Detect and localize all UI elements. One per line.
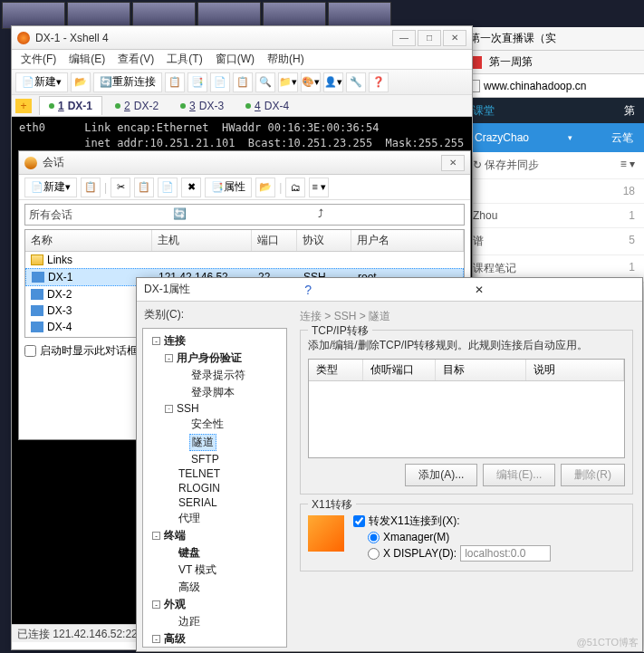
- toggle-icon[interactable]: -: [165, 354, 173, 362]
- maximize-button[interactable]: □: [418, 30, 441, 46]
- delete-icon[interactable]: ✖: [181, 178, 201, 197]
- table-header[interactable]: 类型 侦听端口 目标 说明: [309, 360, 624, 381]
- tool-icon[interactable]: 📄: [210, 72, 230, 92]
- rules-table[interactable]: 类型 侦听端口 目标 说明: [308, 359, 625, 458]
- col-type[interactable]: 类型: [309, 360, 363, 380]
- xmanager-radio[interactable]: Xmanager(M): [368, 531, 551, 543]
- tool-icon[interactable]: 📋: [233, 72, 253, 92]
- menu-edit[interactable]: 编辑(E): [63, 50, 111, 69]
- reconnect-button[interactable]: 🔄 重新连接: [93, 72, 162, 92]
- tree-node[interactable]: -终端: [145, 527, 284, 544]
- view-icon[interactable]: 🗂: [285, 178, 305, 197]
- browser-tabs[interactable]: 第一周第: [464, 51, 644, 74]
- list-item[interactable]: Links: [25, 252, 464, 268]
- tree-node[interactable]: TELNET: [158, 466, 284, 481]
- menu-window[interactable]: 窗口(W): [210, 50, 260, 69]
- session-tab[interactable]: 2 DX-2: [106, 96, 168, 115]
- col-desc[interactable]: 说明: [526, 360, 624, 380]
- minimize-button[interactable]: —: [392, 30, 416, 46]
- tree-node[interactable]: 边距: [158, 613, 284, 630]
- xdisplay-input[interactable]: [460, 545, 551, 562]
- close-button[interactable]: ✕: [443, 30, 466, 46]
- category-tree[interactable]: -连接-用户身份验证登录提示符登录脚本-SSH安全性隧道SFTPTELNETRL…: [142, 328, 287, 648]
- tree-node[interactable]: SERIAL: [158, 495, 284, 510]
- address-bar[interactable]: www.chinahadoop.cn: [464, 74, 644, 98]
- tree-node[interactable]: 键盘: [158, 544, 284, 562]
- col-port[interactable]: 端口: [252, 230, 297, 251]
- tree-node[interactable]: 代理: [158, 510, 284, 527]
- tree-node[interactable]: -连接: [145, 332, 284, 350]
- menu-file[interactable]: 文件(F): [15, 50, 62, 69]
- radio-input[interactable]: [368, 548, 380, 560]
- view-icon[interactable]: ≡ ▾: [309, 178, 329, 197]
- titlebar[interactable]: DX-1属性 ? ✕: [137, 278, 642, 302]
- cut-icon[interactable]: ✂: [111, 178, 130, 197]
- tree-node[interactable]: VT 模式: [158, 562, 284, 579]
- properties-button[interactable]: 📑 属性: [205, 178, 252, 197]
- tool-icon[interactable]: 🔧: [346, 72, 366, 92]
- list-item[interactable]: Zhou1: [464, 204, 644, 228]
- titlebar[interactable]: DX-1 - Xshell 4 — □ ✕: [12, 26, 472, 50]
- list-item[interactable]: 18: [464, 179, 644, 204]
- session-tab[interactable]: 1 DX-1: [39, 96, 102, 115]
- new-button[interactable]: 📄 新建 ▾: [15, 72, 68, 92]
- open-button[interactable]: 📂: [71, 72, 91, 92]
- browser-tab[interactable]: 第一次直播课（实: [469, 31, 556, 46]
- col-host[interactable]: 主机: [152, 230, 252, 251]
- tool-icon[interactable]: 📁▾: [278, 72, 298, 92]
- tree-node[interactable]: 登录脚本: [170, 384, 284, 401]
- list-item[interactable]: 谱5: [464, 228, 644, 255]
- tree-node[interactable]: -SSH: [158, 401, 284, 416]
- tool-icon[interactable]: 👤▾: [323, 72, 343, 92]
- cloud-note[interactable]: 云笔: [611, 130, 633, 146]
- up-icon[interactable]: ⤴: [318, 207, 460, 222]
- list-icon[interactable]: ≡ ▾: [620, 158, 635, 173]
- paste-icon[interactable]: 📄: [158, 178, 178, 197]
- toggle-icon[interactable]: -: [152, 337, 160, 345]
- new-button[interactable]: 📄 新建 ▾: [24, 178, 77, 197]
- tool-icon[interactable]: 🎨▾: [301, 72, 321, 92]
- browser-tabs[interactable]: 第一次直播课（实: [464, 27, 644, 51]
- checkbox-input[interactable]: [353, 515, 365, 527]
- session-tab[interactable]: 4 DX-4: [236, 96, 298, 115]
- toggle-icon[interactable]: -: [152, 532, 160, 540]
- copy-icon[interactable]: 📋: [134, 178, 154, 197]
- tree-node[interactable]: -外观: [145, 596, 284, 613]
- col-target[interactable]: 目标: [436, 360, 526, 380]
- tree-node[interactable]: -高级: [145, 630, 284, 648]
- menubar[interactable]: 文件(F) 编辑(E) 查看(V) 工具(T) 窗口(W) 帮助(H): [12, 50, 472, 70]
- tree-node[interactable]: -用户身份验证: [158, 350, 284, 367]
- tool-icon[interactable]: 📑: [187, 72, 207, 92]
- delete-button[interactable]: 删除(R): [561, 464, 625, 486]
- close-button[interactable]: ✕: [475, 283, 635, 296]
- checkbox-input[interactable]: [24, 345, 36, 357]
- radio-input[interactable]: [368, 532, 380, 543]
- tree-node[interactable]: 高级: [158, 579, 284, 596]
- menu-view[interactable]: 查看(V): [112, 50, 159, 69]
- tree-node[interactable]: RLOGIN: [158, 481, 284, 495]
- folder-icon[interactable]: 📂: [255, 178, 275, 197]
- toggle-icon[interactable]: -: [165, 405, 173, 413]
- col-listen[interactable]: 侦听端口: [363, 360, 436, 380]
- col-proto[interactable]: 协议: [297, 230, 351, 251]
- session-tab[interactable]: 3 DX-3: [171, 96, 233, 115]
- tree-node[interactable]: 安全性: [170, 416, 284, 433]
- path-bar[interactable]: 所有会话 🔄 ⤴: [24, 204, 465, 226]
- menu-help[interactable]: 帮助(H): [262, 50, 310, 69]
- col-user[interactable]: 用户名: [351, 230, 464, 251]
- x11-forward-checkbox[interactable]: 转发X11连接到(X):: [353, 514, 551, 529]
- tree-node[interactable]: 登录提示符: [170, 367, 284, 384]
- col-name[interactable]: 名称: [25, 230, 152, 251]
- help-button[interactable]: ?: [304, 283, 465, 297]
- tool-icon[interactable]: 📋: [165, 72, 185, 92]
- edit-button[interactable]: 编辑(E)...: [483, 464, 555, 486]
- tree-node[interactable]: 隧道: [170, 433, 284, 452]
- session-tabs[interactable]: + 1 DX-12 DX-23 DX-34 DX-4: [12, 95, 472, 117]
- menu-tools[interactable]: 工具(T): [161, 50, 207, 69]
- titlebar[interactable]: 会话 ✕: [19, 151, 470, 175]
- toggle-icon[interactable]: -: [152, 600, 160, 609]
- tool-icon[interactable]: 📋: [81, 178, 101, 197]
- tree-node[interactable]: SFTP: [170, 452, 284, 466]
- xdisplay-radio[interactable]: X DISPLAY(D):: [368, 545, 551, 562]
- help-icon[interactable]: ❓: [369, 72, 389, 92]
